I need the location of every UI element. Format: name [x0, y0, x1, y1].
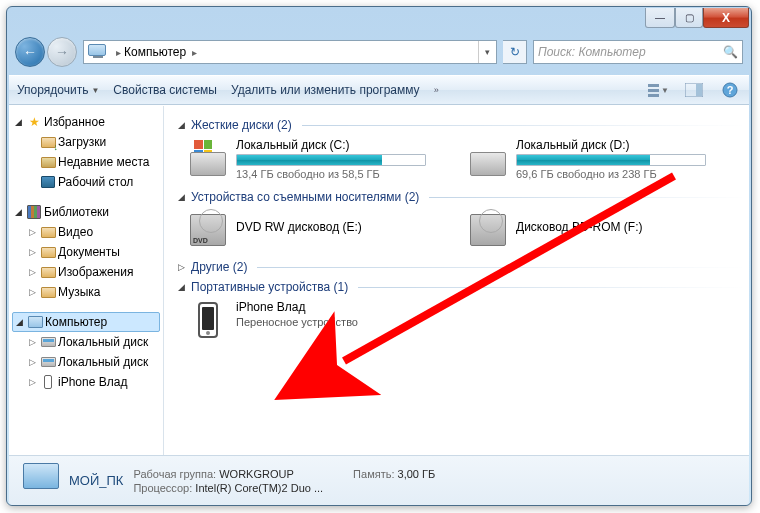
- address-dropdown[interactable]: ▾: [478, 41, 496, 63]
- sidebar-libraries[interactable]: ◢Библиотеки: [9, 202, 163, 222]
- drive-d[interactable]: Локальный диск (D:) 69,6 ГБ свободно из …: [468, 138, 728, 180]
- drive-bd[interactable]: Дисковод BD-ROM (F:): [468, 210, 728, 250]
- breadcrumb-sep[interactable]: ▸: [192, 47, 197, 58]
- sidebar-iphone[interactable]: ▷iPhone Влад: [9, 372, 163, 392]
- sidebar-favorites[interactable]: ◢★Избранное: [9, 112, 163, 132]
- recent-icon: [40, 154, 56, 170]
- content-area: ◢★Избранное Загрузки Недавние места Рабо…: [9, 105, 749, 455]
- svg-text:?: ?: [727, 84, 734, 96]
- group-removable[interactable]: ◢Устройства со съемными носителями (2): [178, 190, 745, 204]
- device-iphone[interactable]: iPhone Влад Переносное устройство: [188, 300, 448, 340]
- search-icon: 🔍: [723, 45, 738, 59]
- sidebar-music[interactable]: ▷Музыка: [9, 282, 163, 302]
- explorer-window: — ▢ X ← → ▸ Компьютер ▸ ▾ ↻ Поиск: Компь…: [6, 6, 752, 506]
- group-portable[interactable]: ◢Портативные устройства (1): [178, 280, 745, 294]
- drive-dvd[interactable]: DVD DVD RW дисковод (E:): [188, 210, 448, 250]
- bd-icon: [468, 210, 508, 250]
- address-bar-row: ← → ▸ Компьютер ▸ ▾ ↻ Поиск: Компьютер 🔍: [15, 35, 743, 69]
- sidebar-pictures[interactable]: ▷Изображения: [9, 262, 163, 282]
- details-pane: МОЙ_ПК Рабочая группа: WORKGROUP Память:…: [9, 455, 749, 505]
- phone-icon: [40, 374, 56, 390]
- documents-icon: [40, 244, 56, 260]
- sidebar-drive-d[interactable]: ▷Локальный диск: [9, 352, 163, 372]
- forward-button[interactable]: →: [47, 37, 77, 67]
- sidebar-downloads[interactable]: Загрузки: [9, 132, 163, 152]
- search-input[interactable]: Поиск: Компьютер 🔍: [533, 40, 743, 64]
- preview-pane-button[interactable]: [683, 80, 705, 100]
- view-options-button[interactable]: ▼: [647, 80, 669, 100]
- star-icon: ★: [26, 114, 42, 130]
- command-bar: Упорядочить▼ Свойства системы Удалить ил…: [9, 75, 749, 105]
- sidebar-videos[interactable]: ▷Видео: [9, 222, 163, 242]
- group-other[interactable]: ▷Другие (2): [178, 260, 745, 274]
- drive-icon: [40, 354, 56, 370]
- close-button[interactable]: X: [703, 8, 749, 28]
- computer-icon: [19, 463, 59, 499]
- music-icon: [40, 284, 56, 300]
- svg-rect-2: [648, 94, 659, 97]
- hdd-icon: [188, 138, 228, 178]
- desktop-icon: [40, 174, 56, 190]
- maximize-button[interactable]: ▢: [675, 8, 703, 28]
- drive-icon: [40, 334, 56, 350]
- address-bar[interactable]: ▸ Компьютер ▸ ▾: [83, 40, 497, 64]
- computer-icon: [88, 44, 106, 60]
- downloads-icon: [40, 134, 56, 150]
- svg-rect-1: [648, 89, 659, 92]
- computer-icon: [27, 314, 43, 330]
- drive-c[interactable]: Локальный диск (C:) 13,4 ГБ свободно из …: [188, 138, 448, 180]
- sidebar-recent[interactable]: Недавние места: [9, 152, 163, 172]
- libraries-icon: [26, 204, 42, 220]
- breadcrumb[interactable]: Компьютер: [124, 45, 186, 59]
- pictures-icon: [40, 264, 56, 280]
- svg-rect-4: [696, 84, 702, 96]
- svg-rect-0: [648, 84, 659, 87]
- items-view: ◢Жесткие диски (2) Локальный диск (C:) 1…: [164, 106, 749, 455]
- system-properties-button[interactable]: Свойства системы: [113, 83, 217, 97]
- breadcrumb-sep: ▸: [116, 47, 121, 58]
- more-commands-button[interactable]: »: [434, 85, 439, 95]
- refresh-button[interactable]: ↻: [503, 40, 527, 64]
- iphone-icon: [188, 300, 228, 340]
- uninstall-program-button[interactable]: Удалить или изменить программу: [231, 83, 420, 97]
- minimize-button[interactable]: —: [645, 8, 675, 28]
- sidebar-drive-c[interactable]: ▷Локальный диск: [9, 332, 163, 352]
- titlebar: — ▢ X: [7, 7, 751, 35]
- sidebar-computer[interactable]: ◢Компьютер: [12, 312, 160, 332]
- help-button[interactable]: ?: [719, 80, 741, 100]
- navigation-pane: ◢★Избранное Загрузки Недавние места Рабо…: [9, 106, 164, 455]
- dvd-icon: DVD: [188, 210, 228, 250]
- videos-icon: [40, 224, 56, 240]
- sidebar-documents[interactable]: ▷Документы: [9, 242, 163, 262]
- back-button[interactable]: ←: [15, 37, 45, 67]
- sidebar-desktop[interactable]: Рабочий стол: [9, 172, 163, 192]
- organize-button[interactable]: Упорядочить▼: [17, 83, 99, 97]
- group-hard-drives[interactable]: ◢Жесткие диски (2): [178, 118, 745, 132]
- hdd-icon: [468, 138, 508, 178]
- details-name: МОЙ_ПК: [69, 473, 123, 488]
